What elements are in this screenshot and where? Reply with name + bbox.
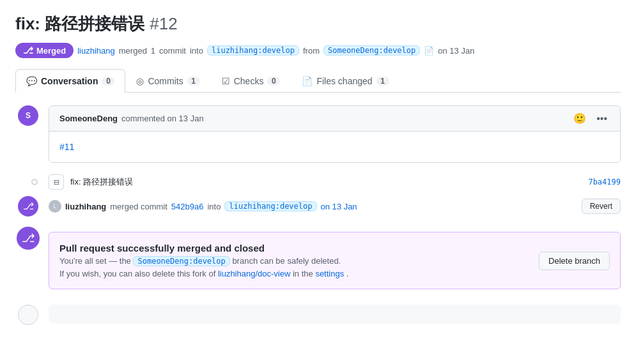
- comment-body-link[interactable]: #11: [59, 142, 74, 152]
- commit-message: fix: 路径拼接错误: [70, 176, 582, 188]
- comment-header-right: 🙂 •••: [571, 111, 610, 126]
- more-options-button[interactable]: •••: [594, 112, 610, 126]
- merged-label: Merged: [36, 46, 66, 56]
- pr-meta-commit-count: 1: [151, 46, 155, 56]
- merge-banner-desc2-prefix: If you wish, you can also delete this fo…: [59, 269, 215, 278]
- merge-banner-branch-tag: SomeoneDeng:develop: [133, 256, 229, 266]
- merge-banner-title: Pull request successfully merged and clo…: [59, 243, 531, 254]
- pr-title-text: fix: 路径拼接错误: [15, 13, 144, 35]
- merged-badge: ⎇ Merged: [15, 43, 74, 58]
- comment-author[interactable]: SomeoneDeng: [59, 114, 118, 123]
- merged-event-avatar-col: ⎇: [15, 196, 41, 216]
- pr-number: #12: [150, 14, 177, 34]
- checks-label: Checks: [234, 76, 264, 86]
- merge-banner-desc-prefix: You're all set — the: [59, 256, 131, 266]
- commits-badge: 1: [187, 77, 200, 86]
- fork-link[interactable]: liuzhihang/doc-view: [218, 269, 290, 278]
- merged-action: merged commit: [110, 202, 167, 211]
- tab-files-changed[interactable]: 📄 Files changed 1: [291, 69, 399, 93]
- commit-sha-link[interactable]: 7ba4199: [588, 178, 621, 186]
- merge-event-icon: ⎇: [18, 196, 38, 216]
- more-icon: •••: [596, 113, 607, 125]
- comment-body: #11: [49, 132, 620, 162]
- files-changed-icon: 📄: [302, 76, 313, 86]
- merged-target-branch[interactable]: liuzhihang:develop: [224, 201, 316, 211]
- comment-box: SomeoneDeng commented on 13 Jan 🙂 ••• #1…: [49, 105, 621, 163]
- merge-banner-icon-col: ⎇: [15, 227, 41, 289]
- pr-author-link[interactable]: liuzhihang: [77, 46, 115, 56]
- bottom-stub-avatar-col: [15, 305, 41, 325]
- merged-row-info: L liuzhihang merged commit 542b9a6 into …: [49, 200, 575, 213]
- merge-icon: ⎇: [23, 45, 33, 56]
- timeline: S SomeoneDeng commented on 13 Jan 🙂 •••: [15, 105, 621, 325]
- pr-doc-icon: 📄: [424, 46, 434, 56]
- comment-action: commented on 13 Jan: [121, 114, 204, 123]
- commenter-avatar: S: [18, 105, 38, 126]
- merge-banner-merge-icon: ⎇: [17, 227, 40, 250]
- merged-event-row: ⎇ L liuzhihang merged commit 542b9a6 int…: [15, 196, 621, 216]
- comment-header-left: SomeoneDeng commented on 13 Jan: [59, 114, 204, 123]
- commit-timeline-row: ⊟ fix: 路径拼接错误 7ba4199: [28, 171, 621, 193]
- checks-icon: ☑: [222, 76, 230, 86]
- merge-banner-desc2: If you wish, you can also delete this fo…: [59, 269, 531, 278]
- merged-row: L liuzhihang merged commit 542b9a6 into …: [49, 196, 621, 216]
- bottom-stub-avatar: [18, 305, 38, 325]
- merged-into: into: [207, 202, 221, 211]
- delete-branch-button[interactable]: Delete branch: [539, 252, 610, 270]
- emoji-icon: 🙂: [573, 112, 586, 125]
- settings-link[interactable]: settings: [315, 269, 344, 278]
- merge-banner-desc-mid: branch can be safely deleted.: [232, 256, 341, 266]
- tab-checks[interactable]: ☑ Checks 0: [211, 69, 291, 93]
- merge-banner: Pull request successfully merged and clo…: [49, 232, 621, 289]
- tabs-container: 💬 Conversation 0 ◎ Commits 1 ☑ Checks 0 …: [15, 68, 621, 93]
- pr-meta-user: liuzhihang: [77, 46, 115, 56]
- commit-dot-indicator: [31, 179, 38, 185]
- pr-meta: ⎇ Merged liuzhihang merged 1 commit into…: [15, 43, 621, 58]
- merge-banner-desc2-end: .: [346, 269, 349, 278]
- merge-banner-row: ⎇ Pull request successfully merged and c…: [15, 227, 621, 289]
- conversation-badge: 0: [102, 77, 114, 86]
- source-branch-tag[interactable]: SomeoneDeng:develop: [323, 45, 420, 56]
- merged-user-avatar: L: [49, 200, 61, 213]
- pr-meta-from: from: [303, 46, 320, 56]
- merge-banner-body: Pull request successfully merged and clo…: [59, 243, 531, 278]
- commits-icon: ◎: [136, 76, 144, 86]
- merge-banner-desc: You're all set — the SomeoneDeng:develop…: [59, 256, 531, 266]
- tab-conversation[interactable]: 💬 Conversation 0: [15, 69, 125, 93]
- emoji-button[interactable]: 🙂: [571, 111, 589, 126]
- files-changed-label: Files changed: [316, 76, 372, 86]
- comment-timeline-row: S SomeoneDeng commented on 13 Jan 🙂 •••: [15, 105, 621, 163]
- pr-meta-action: merged: [119, 46, 147, 56]
- comment-avatar-col: S: [15, 105, 41, 126]
- conversation-label: Conversation: [41, 76, 98, 86]
- merged-user[interactable]: liuzhihang: [65, 202, 106, 211]
- bottom-stub-box: [49, 305, 621, 324]
- pr-meta-commit-word: commit: [159, 46, 186, 56]
- checks-badge: 0: [267, 77, 280, 86]
- revert-button[interactable]: Revert: [582, 199, 621, 214]
- files-changed-badge: 1: [376, 77, 389, 86]
- merged-date-link[interactable]: on 13 Jan: [321, 202, 357, 211]
- commit-row: ⊟ fix: 路径拼接错误 7ba4199: [49, 171, 621, 193]
- conversation-icon: 💬: [26, 76, 37, 86]
- commit-icon-box: ⊟: [49, 174, 64, 190]
- pr-title-container: fix: 路径拼接错误 #12: [15, 13, 621, 35]
- merged-commit-sha[interactable]: 542b9a6: [171, 202, 204, 211]
- pr-meta-date: on 13 Jan: [438, 46, 474, 56]
- target-branch-tag[interactable]: liuzhihang:develop: [207, 45, 299, 56]
- tab-commits[interactable]: ◎ Commits 1: [125, 69, 210, 93]
- comment-header: SomeoneDeng commented on 13 Jan 🙂 •••: [49, 106, 620, 132]
- commit-box-icon: ⊟: [54, 178, 59, 186]
- pr-meta-into: into: [190, 46, 203, 56]
- merge-banner-desc2-suffix: in the: [293, 269, 313, 278]
- commit-connector: [28, 179, 41, 185]
- commits-label: Commits: [148, 76, 183, 86]
- bottom-stub: [15, 305, 621, 325]
